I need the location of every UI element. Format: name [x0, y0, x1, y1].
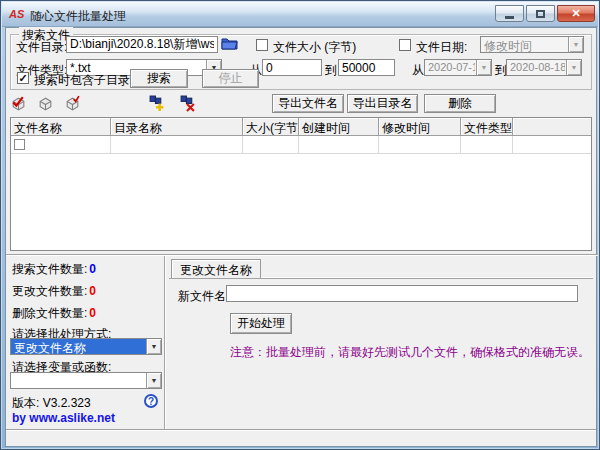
search-count-label: 搜索文件数量:: [12, 262, 87, 276]
export-filenames-button[interactable]: 导出文件名: [272, 94, 344, 113]
size-to-label: 到: [325, 62, 337, 79]
maximize-icon: [536, 10, 545, 18]
app-logo-icon: AS: [9, 7, 27, 21]
tab-change-filename[interactable]: 更改文件名称: [171, 259, 261, 278]
file-date-checkbox[interactable]: [399, 39, 411, 51]
batch-mode-value: 更改文件名称: [14, 340, 145, 357]
add-files-button[interactable]: [148, 95, 166, 113]
add-files-icon: [148, 95, 165, 112]
file-size-checkbox[interactable]: [256, 39, 268, 51]
delete-count-label: 删除文件数量:: [12, 306, 87, 320]
size-to-input[interactable]: [338, 59, 395, 76]
col-header-filetype[interactable]: 文件类型: [461, 118, 513, 136]
start-processing-button[interactable]: 开始处理: [230, 313, 292, 334]
col-header-dirname[interactable]: 目录名称: [111, 118, 243, 136]
batch-mode-select[interactable]: 更改文件名称 ▼: [10, 338, 162, 355]
date-from-label: 从: [412, 62, 424, 79]
change-count-value: 0: [89, 284, 96, 298]
new-filename-input[interactable]: [226, 285, 578, 302]
date-from-select[interactable]: 2020-07-18 ▼: [424, 59, 492, 76]
window-controls: ✕: [495, 5, 595, 22]
minimize-button[interactable]: [495, 5, 524, 22]
delete-count-value: 0: [89, 306, 96, 320]
file-size-label: 文件大小 (字节): [273, 39, 356, 56]
client-area: 搜索文件 文件目录: 文件大小 (字节) 文件日期: 修改时间 ▼ 文件类型: …: [5, 27, 597, 447]
stop-button[interactable]: 停止: [202, 69, 259, 88]
close-icon: ✕: [571, 8, 580, 19]
file-table[interactable]: 文件名称 目录名称 大小(字节) 创建时间 修改时间 文件类型: [10, 117, 592, 251]
table-row[interactable]: [11, 136, 591, 154]
date-type-select[interactable]: 修改时间 ▼: [480, 36, 584, 53]
col-header-size[interactable]: 大小(字节): [243, 118, 299, 136]
file-date-label: 文件日期:: [416, 39, 467, 56]
table-header-row: 文件名称 目录名称 大小(字节) 创建时间 修改时间 文件类型: [11, 118, 591, 136]
titlebar: AS 随心文件批量处理 ✕: [2, 2, 598, 27]
search-button[interactable]: 搜索: [130, 69, 188, 88]
minimize-icon: [505, 16, 514, 19]
close-button[interactable]: ✕: [557, 5, 595, 22]
version-label: 版本: V3.2.323: [12, 395, 91, 412]
export-dirnames-button[interactable]: 导出目录名: [347, 94, 418, 113]
warning-note: 注意：批量处理前，请最好先测试几个文件，确保格式的准确无误。: [230, 344, 590, 361]
col-header-created[interactable]: 创建时间: [299, 118, 379, 136]
chevron-down-icon: ▼: [568, 37, 583, 52]
unselect-all-icon: [37, 95, 54, 112]
date-to-value: 2020-08-18: [510, 61, 565, 73]
include-subdirs-checkbox[interactable]: ✓: [17, 72, 29, 84]
file-dir-input[interactable]: [66, 36, 218, 53]
browse-folder-button[interactable]: [221, 36, 239, 54]
status-bar: [6, 429, 596, 446]
new-filename-label: 新文件名:: [178, 288, 229, 305]
chevron-down-icon: ▼: [476, 60, 491, 75]
help-icon[interactable]: ?: [144, 394, 158, 408]
chevron-down-icon: ▼: [566, 60, 581, 75]
search-count-value: 0: [89, 262, 96, 276]
remove-files-button[interactable]: [179, 95, 197, 113]
include-subdirs-label: 搜索时包含子目录: [34, 72, 130, 89]
date-to-select[interactable]: 2020-08-18 ▼: [506, 59, 582, 76]
invert-selection-icon: [64, 95, 81, 112]
remove-files-icon: [179, 95, 196, 112]
col-header-filename[interactable]: 文件名称: [11, 118, 111, 136]
col-header-modified[interactable]: 修改时间: [379, 118, 461, 136]
size-from-input[interactable]: [262, 59, 322, 76]
date-from-value: 2020-07-18: [428, 61, 475, 73]
change-count-label: 更改文件数量:: [12, 284, 87, 298]
variable-select[interactable]: ▼: [10, 372, 162, 389]
maximize-button[interactable]: [526, 5, 555, 22]
horizontal-divider: [6, 254, 598, 256]
search-count: 搜索文件数量:0: [12, 261, 96, 278]
site-link[interactable]: by www.aslike.net: [12, 411, 115, 425]
vertical-divider: [164, 256, 166, 429]
change-count: 更改文件数量:0: [12, 283, 96, 300]
delete-count: 删除文件数量:0: [12, 305, 96, 322]
select-all-icon: [10, 95, 27, 112]
open-folder-icon: [221, 36, 238, 51]
date-type-value: 修改时间: [484, 38, 567, 55]
select-all-button[interactable]: [10, 95, 28, 113]
col-header-filler: [513, 118, 591, 136]
delete-button[interactable]: 删除: [424, 94, 496, 113]
chevron-down-icon: ▼: [146, 373, 161, 388]
invert-selection-button[interactable]: [64, 95, 82, 113]
window-title: 随心文件批量处理: [30, 8, 126, 25]
file-dir-label: 文件目录:: [16, 39, 67, 56]
app-window: AS 随心文件批量处理 ✕ 搜索文件 文件目录: 文件大小 (字节) 文件日期:…: [0, 0, 600, 450]
row-checkbox[interactable]: [14, 139, 25, 150]
chevron-down-icon: ▼: [146, 339, 161, 354]
unselect-all-button[interactable]: [37, 95, 55, 113]
